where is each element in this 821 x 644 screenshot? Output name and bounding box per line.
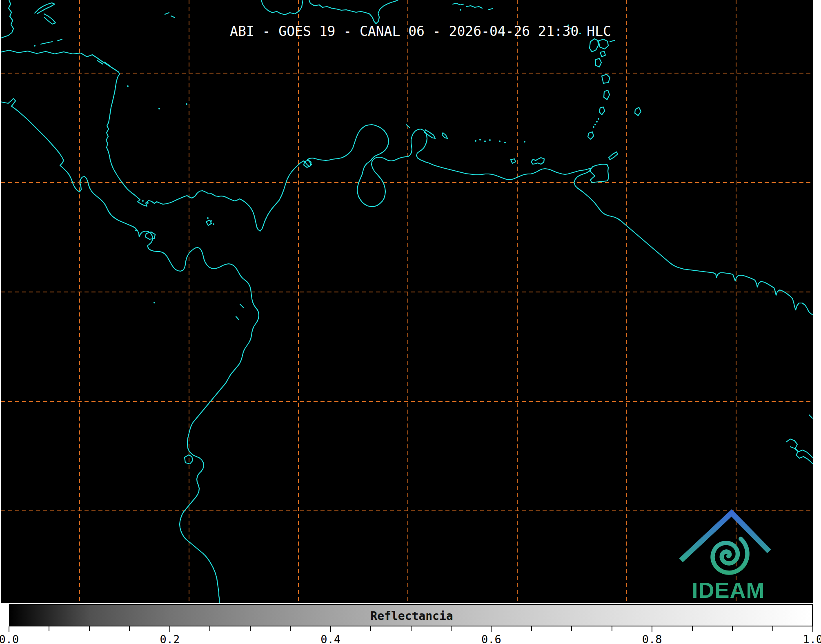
coastline-belize-yucatan-coast: [1, 0, 13, 38]
coastline-st-lucia: [604, 90, 610, 100]
coastline-jamaica-south-coast: [261, 0, 303, 15]
colorbar-tick: [692, 626, 693, 631]
map-title: ABI - GOES 19 - CANAL 06 - 2026-04-26 21…: [230, 24, 611, 39]
colorbar-tick: [89, 626, 90, 631]
colorbar-tick: [9, 626, 9, 632]
colorbar-tick: [411, 626, 412, 631]
coastline-pacific-colombia-islet-1: [240, 304, 243, 308]
islet-dot: [484, 140, 486, 142]
islet-dot: [186, 103, 187, 105]
colorbar-tick: [571, 626, 572, 631]
islet-dot: [475, 140, 476, 142]
coastline-layer: [1, 0, 813, 603]
coastline-vieques-fragment: [488, 9, 492, 10]
colorbar-tick: [531, 626, 532, 631]
colorbar-tick: [812, 626, 813, 632]
islet-dot: [210, 220, 212, 222]
islet-dot: [479, 139, 481, 140]
coastline-cuba-southwest-fragment-1: [35, 3, 55, 13]
ideam-logo-text: IDEAM: [692, 578, 765, 602]
map-svg: IDEAM: [1, 0, 813, 603]
colorbar-tick: [772, 626, 773, 631]
islet-dot: [213, 223, 214, 225]
coastline-pacific-colombia-islet-2: [236, 316, 239, 320]
colorbar-tick: [612, 626, 612, 631]
colorbar-tick-label: 0.6: [481, 633, 501, 644]
satellite-map-canvas: IDEAM ABI - GOES 19 - CANAL 06 - 2026-04…: [1, 0, 813, 603]
islet-dot: [147, 202, 149, 204]
colorbar-tick: [451, 626, 452, 631]
coastline-bay-islands-roatan: [41, 42, 52, 44]
coastline-miskito-cay-2: [105, 62, 110, 66]
coastline-guadeloupe-west: [590, 39, 599, 52]
islet-dot: [207, 217, 209, 219]
islet-dot: [499, 140, 501, 142]
coastline-amazon-mouth-coast-1: [786, 439, 812, 457]
coastline-marie-galante: [600, 51, 605, 57]
colorbar-tick: [652, 626, 652, 632]
colorbar-tick: [49, 626, 49, 631]
islet-dot: [598, 118, 599, 120]
islet-dot: [593, 126, 594, 128]
satellite-image-figure: IDEAM ABI - GOES 19 - CANAL 06 - 2026-04…: [0, 0, 821, 644]
coastline-cuba-southwest-fragment-2: [44, 14, 56, 24]
colorbar-tick: [129, 626, 130, 631]
colorbar-tick-label: 1.0: [803, 633, 821, 644]
colorbar-tick-label: 0.4: [320, 633, 340, 644]
colorbar-tick: [370, 626, 371, 631]
colorbar-tick: [169, 626, 170, 632]
colorbar-tick: [491, 626, 492, 632]
coastline-santa-marta-lagoon: [304, 160, 311, 167]
islet-dot: [504, 142, 506, 143]
coastline-trinidad: [590, 164, 609, 183]
islet-dot: [489, 139, 491, 141]
islet-dot: [142, 200, 144, 202]
colorbar: Reflectancia: [9, 604, 813, 626]
coastline-barbados: [635, 107, 641, 116]
islet-dot: [596, 121, 598, 123]
coastline-cayman-fragment-1: [165, 13, 169, 14]
coastline-bay-islands-guanaja: [58, 39, 62, 41]
coastline-puerto-rico-fragment-1: [453, 3, 464, 5]
coastline-desirade: [610, 40, 614, 42]
grid-layer: [1, 0, 813, 603]
coastline-bonaire: [442, 133, 447, 138]
colorbar-tick: [732, 626, 733, 631]
coastline-hispaniola-south-coast: [309, 0, 398, 24]
islet-dot: [154, 302, 155, 303]
islet-dot: [158, 108, 160, 109]
colorbar-tick: [290, 626, 291, 631]
coastline-st-vincent: [599, 107, 605, 115]
colorbar-tick-label: 0.8: [642, 633, 662, 644]
ideam-logo: IDEAM: [681, 513, 769, 602]
ideam-spiral-icon: [713, 539, 748, 573]
colorbar-tick: [209, 626, 210, 631]
coastline-tobago: [609, 152, 618, 160]
islet-dot: [127, 85, 129, 87]
islet-dot: [524, 141, 525, 143]
islet-dot: [594, 124, 596, 125]
coastline-cayman-fragment-2: [171, 16, 175, 18]
colorbar-tick: [250, 626, 251, 631]
colorbar-tick: [330, 626, 331, 632]
islet-dot: [34, 45, 36, 47]
coastline-margarita: [531, 158, 544, 164]
colorbar-label: Reflectancia: [370, 609, 453, 622]
coastline-dominica: [596, 58, 601, 67]
coastline-guadeloupe-east: [599, 39, 608, 49]
islet-dot: [460, 9, 461, 11]
coastline-puerto-rico-fragment-2: [467, 6, 482, 8]
colorbar-tick-label: 0.2: [160, 633, 180, 644]
islet-dot: [135, 230, 137, 231]
colorbar-tick-label: 0.0: [0, 633, 19, 644]
coastline-la-tortuga: [511, 159, 516, 163]
coastline-pacific-mainland-coast: [1, 98, 259, 603]
coastline-martinique: [602, 74, 610, 83]
coastline-grenada: [588, 132, 594, 139]
coastline-amazon-mouth-coast-2: [790, 447, 813, 464]
coastline-amazon-mouth-dash: [809, 415, 812, 418]
